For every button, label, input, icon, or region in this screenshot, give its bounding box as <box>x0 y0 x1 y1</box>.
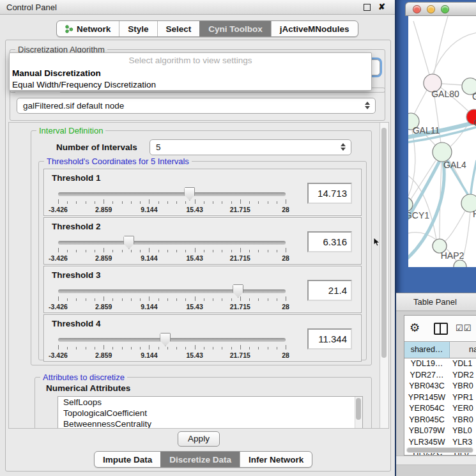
table-toolbar: ⚙ ☑☑ <box>404 316 476 341</box>
table-panel-footer <box>396 456 476 465</box>
threshold-4-slider[interactable]: -3.4262.8599.14415.4321.71528 <box>58 338 286 342</box>
apply-button[interactable]: Apply <box>178 431 220 447</box>
threshold-1-value-field[interactable]: 14.713 <box>307 183 352 204</box>
cell[interactable]: YBL079W <box>404 426 449 437</box>
columns-icon[interactable] <box>434 323 448 335</box>
cell[interactable]: YBR0 <box>449 381 476 392</box>
threshold-2-panel: Threshold 2 -3.4262.8599.14415.4321.7152… <box>43 217 362 265</box>
node-bottom[interactable] <box>454 260 466 267</box>
cell[interactable]: YER0 <box>449 403 476 415</box>
table-row[interactable]: YLR345WYLR3 <box>404 437 476 449</box>
network-graph: GAL80 GA C GAL11 GAL4 GCY1 H HAP2 <box>408 16 476 267</box>
list-item[interactable]: BetweennessCentrality <box>58 418 362 429</box>
tab-select[interactable]: Select <box>157 21 200 36</box>
tab-impute-data[interactable]: Impute Data <box>95 452 160 467</box>
table-row[interactable]: YDL19…YDL1 <box>404 358 476 370</box>
minimize-traffic-light-icon[interactable] <box>427 5 435 13</box>
cell[interactable]: YPR1 <box>449 392 476 404</box>
cell[interactable]: YDR2 <box>449 370 476 381</box>
threshold-4-value-field[interactable]: 11.344 <box>307 328 352 349</box>
column-header-name[interactable]: na <box>450 342 476 358</box>
scrollbar-thumb[interactable] <box>381 128 387 358</box>
settings-scrollbar[interactable] <box>380 123 388 428</box>
threshold-1-label: Threshold 1 <box>52 173 101 183</box>
tab-network[interactable]: Network <box>57 21 119 36</box>
table-panel-titlebar: Table Panel <box>396 293 476 311</box>
network-desktop: GAL80 GA C GAL11 GAL4 GCY1 H HAP2 Table … <box>395 0 476 476</box>
table-row[interactable]: YBR043CYBR0 <box>404 381 476 392</box>
table-data-value: galFiltered.sif default node <box>23 101 124 111</box>
zoom-traffic-light-icon[interactable] <box>441 5 449 13</box>
dropdown-option-equal-width[interactable]: Equal Width/Frequency Discretization <box>10 79 371 91</box>
table-row[interactable]: YBL079WYBL0 <box>404 426 476 437</box>
cell[interactable]: YLR345W <box>404 437 449 449</box>
threshold-2-value-field[interactable]: 6.316 <box>307 231 352 252</box>
slider-ticks <box>58 248 286 253</box>
threshold-2-slider[interactable]: -3.4262.8599.14415.4321.71528 <box>58 241 286 245</box>
tab-jactivemnodules[interactable]: jActiveMNodules <box>271 21 358 36</box>
cell[interactable]: YER054C <box>404 403 449 415</box>
list-item[interactable]: TopologicalCoefficient <box>58 408 362 418</box>
table-row[interactable]: YPR145WYPR1 <box>404 392 476 404</box>
close-icon[interactable]: ✘ <box>378 2 385 12</box>
gear-icon[interactable]: ⚙ <box>410 321 420 335</box>
cell[interactable]: YBR043C <box>404 381 449 392</box>
tab-discretize-data[interactable]: Discretize Data <box>160 452 240 467</box>
num-intervals-combobox[interactable]: 5 <box>150 139 351 155</box>
network-canvas[interactable]: GAL80 GA C GAL11 GAL4 GCY1 H HAP2 <box>408 16 476 267</box>
node-table: ⚙ ☑☑ shared… na YDL19…YDL1 YDR27…YDR2 YB… <box>404 315 476 456</box>
threshold-3-value-field[interactable]: 21.4 <box>307 280 352 301</box>
cell[interactable]: YBR045C <box>404 415 449 426</box>
float-window-icon[interactable] <box>364 4 371 11</box>
threshold-1-slider[interactable]: -3.4262.8599.14415.4321.71528 <box>58 192 286 196</box>
cell[interactable]: YBL0 <box>449 426 476 437</box>
dropdown-placeholder-option[interactable]: Select algorithm to view settings <box>10 53 371 68</box>
node-label: GAL11 <box>413 125 440 135</box>
cell[interactable]: YBR0 <box>449 415 476 426</box>
slider-thumb[interactable] <box>233 284 243 298</box>
numerical-attributes-heading: Numerical Attributes <box>46 383 130 393</box>
table-row[interactable]: YDR27…YDR2 <box>404 370 476 381</box>
cell[interactable]: YDL19… <box>404 358 449 370</box>
slider-thumb[interactable] <box>160 333 171 346</box>
cell[interactable]: YLR3 <box>449 437 476 449</box>
threshold-2-label: Threshold 2 <box>52 222 101 231</box>
network-view-window[interactable]: GAL80 GA C GAL11 GAL4 GCY1 H HAP2 <box>405 2 476 286</box>
node-label: HAP2 <box>441 250 464 261</box>
list-item[interactable]: SelfLoops <box>58 397 362 408</box>
column-header-shared-name[interactable]: shared… <box>404 342 450 358</box>
cell[interactable]: YDL1 <box>449 358 476 370</box>
cell[interactable]: YPR145W <box>404 392 449 404</box>
cell[interactable]: YDR27… <box>404 370 449 381</box>
mouse-cursor <box>373 237 381 247</box>
threshold-3-slider[interactable]: -3.4262.8599.14415.4321.71528 <box>58 289 286 293</box>
network-nodes[interactable] <box>408 74 476 267</box>
node-gal4[interactable] <box>433 142 452 162</box>
settings-scrollpane: Interval Definition Number of Intervals … <box>8 122 389 429</box>
cyni-mode-tabs: Impute Data Discretize Data Infer Networ… <box>94 451 312 468</box>
combo-stepper-icon <box>365 102 370 109</box>
attributes-group-title: Attributes to discretize <box>40 372 127 382</box>
tab-network-label: Network <box>77 24 111 34</box>
table-row[interactable]: YER054CYER0 <box>404 403 476 415</box>
slider-thumb[interactable] <box>184 187 195 201</box>
checkbox-icons[interactable]: ☑☑ <box>456 323 472 333</box>
close-traffic-light-icon[interactable] <box>413 5 421 13</box>
tab-cyni-toolbox[interactable]: Cyni Toolbox <box>199 21 271 36</box>
table-row[interactable]: YBR045CYBR0 <box>404 415 476 426</box>
dropdown-option-manual[interactable]: Manual Discretization <box>10 68 371 79</box>
table-horizontal-scrollbar[interactable] <box>406 447 473 453</box>
numerical-attributes-list[interactable]: SelfLoops TopologicalCoefficient Between… <box>58 396 363 429</box>
tab-style[interactable]: Style <box>119 21 157 36</box>
slider-track <box>58 192 286 196</box>
slider-thumb[interactable] <box>123 236 134 249</box>
list-scrollbar[interactable] <box>355 397 362 429</box>
node-label: GCY1 <box>408 210 429 220</box>
network-window-titlebar[interactable] <box>405 2 476 16</box>
scrollbar-thumb[interactable] <box>407 448 473 452</box>
control-panel-tabs: Network Style Select Cyni Toolbox jActiv… <box>56 20 358 37</box>
node-label: GA <box>472 91 476 102</box>
slider-track <box>58 289 286 293</box>
table-data-combobox[interactable]: galFiltered.sif default node <box>17 98 376 114</box>
tab-infer-network[interactable]: Infer Network <box>240 452 312 467</box>
